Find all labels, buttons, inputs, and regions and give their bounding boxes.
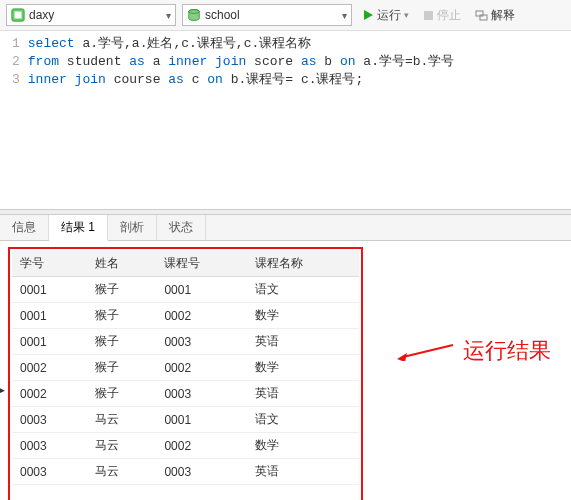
sql-editor[interactable]: 123 select a.学号,a.姓名,c.课程号,c.课程名称from st… — [0, 31, 571, 209]
column-header[interactable]: 姓名 — [87, 251, 157, 277]
explain-label: 解释 — [491, 7, 515, 24]
database-label: school — [205, 8, 338, 22]
table-row[interactable]: 0001猴子0003英语 — [12, 329, 359, 355]
cell[interactable]: 0001 — [156, 277, 247, 303]
cell[interactable]: 猴子 — [87, 277, 157, 303]
results-highlight-box: 学号姓名课程号课程名称0001猴子0001语文0001猴子0002数学0001猴… — [8, 247, 363, 500]
cell[interactable]: 英语 — [247, 459, 359, 485]
table-row[interactable]: 0002▶猴子0003英语 — [12, 381, 359, 407]
column-header[interactable]: 学号 — [12, 251, 87, 277]
line-number: 2 — [12, 53, 20, 71]
cell[interactable]: 0001 — [12, 303, 87, 329]
line-number: 1 — [12, 35, 20, 53]
table-row[interactable]: 0001猴子0002数学 — [12, 303, 359, 329]
cell[interactable]: 0002 — [156, 303, 247, 329]
cell[interactable]: 0001 — [156, 407, 247, 433]
code-line[interactable]: inner join course as c on b.课程号= c.课程号; — [28, 71, 571, 89]
stop-label: 停止 — [437, 7, 461, 24]
svg-rect-1 — [15, 12, 22, 19]
annotation: 运行结果 — [395, 336, 551, 366]
chevron-down-icon: ▾ — [166, 10, 171, 21]
cell[interactable]: 猴子 — [87, 329, 157, 355]
cell[interactable]: 马云 — [87, 407, 157, 433]
arrow-icon — [395, 341, 455, 361]
table-row[interactable]: 0001猴子0001语文 — [12, 277, 359, 303]
stop-icon — [423, 10, 434, 21]
table-row[interactable]: 0003马云0003英语 — [12, 459, 359, 485]
cell[interactable]: 数学 — [247, 355, 359, 381]
tab-信息[interactable]: 信息 — [0, 215, 49, 240]
code-line[interactable]: select a.学号,a.姓名,c.课程号,c.课程名称 — [28, 35, 571, 53]
cell[interactable]: 0003 — [12, 407, 87, 433]
cell[interactable]: 0002 — [156, 433, 247, 459]
connection-selector[interactable]: daxy ▾ — [6, 4, 176, 26]
connection-label: daxy — [29, 8, 162, 22]
table-row[interactable]: 0003马云0001语文 — [12, 407, 359, 433]
cell[interactable]: 数学 — [247, 303, 359, 329]
cell[interactable]: 语文 — [247, 277, 359, 303]
table-row[interactable]: 0003马云0002数学 — [12, 433, 359, 459]
cell[interactable]: 0001 — [12, 277, 87, 303]
cell[interactable]: 0003 — [156, 329, 247, 355]
column-header[interactable]: 课程号 — [156, 251, 247, 277]
database-icon — [187, 8, 201, 22]
database-selector[interactable]: school ▾ — [182, 4, 352, 26]
explain-icon — [475, 9, 488, 22]
column-header[interactable]: 课程名称 — [247, 251, 359, 277]
cell[interactable]: 猴子 — [87, 381, 157, 407]
cell[interactable]: 0003 — [12, 459, 87, 485]
cell[interactable]: 0002 — [156, 355, 247, 381]
annotation-text: 运行结果 — [463, 336, 551, 366]
run-button[interactable]: 运行 ▾ — [358, 5, 413, 26]
connection-icon — [11, 8, 25, 22]
code-line[interactable]: from student as a inner join score as b … — [28, 53, 571, 71]
cell[interactable]: 英语 — [247, 329, 359, 355]
stop-button: 停止 — [419, 5, 465, 26]
tab-结果 1[interactable]: 结果 1 — [49, 215, 108, 241]
cell[interactable]: 猴子 — [87, 355, 157, 381]
tab-剖析[interactable]: 剖析 — [108, 215, 157, 240]
svg-rect-4 — [424, 11, 433, 20]
code-area[interactable]: select a.学号,a.姓名,c.课程号,c.课程名称from studen… — [28, 35, 571, 89]
current-row-marker-icon: ▶ — [0, 385, 5, 395]
cell[interactable]: 数学 — [247, 433, 359, 459]
explain-button[interactable]: 解释 — [471, 5, 519, 26]
cell[interactable]: 0003 — [156, 459, 247, 485]
svg-line-7 — [403, 345, 453, 357]
cell[interactable]: 语文 — [247, 407, 359, 433]
result-tabs: 信息结果 1剖析状态 — [0, 215, 571, 241]
cell[interactable]: 0001 — [12, 329, 87, 355]
play-icon — [362, 9, 374, 21]
run-label: 运行 — [377, 7, 401, 24]
cell[interactable]: 0002 — [12, 355, 87, 381]
toolbar: daxy ▾ school ▾ 运行 ▾ 停止 解释 — [0, 0, 571, 31]
chevron-down-icon: ▾ — [342, 10, 347, 21]
results-panel: 学号姓名课程号课程名称0001猴子0001语文0001猴子0002数学0001猴… — [0, 241, 571, 500]
cell[interactable]: 马云 — [87, 459, 157, 485]
cell[interactable]: 英语 — [247, 381, 359, 407]
cell[interactable]: 0003 — [12, 433, 87, 459]
line-gutter: 123 — [0, 35, 28, 89]
dropdown-caret-icon: ▾ — [404, 10, 409, 20]
cell[interactable]: 猴子 — [87, 303, 157, 329]
cell[interactable]: 0002▶ — [12, 381, 87, 407]
cell[interactable]: 马云 — [87, 433, 157, 459]
cell[interactable]: 0003 — [156, 381, 247, 407]
tab-状态[interactable]: 状态 — [157, 215, 206, 240]
table-row[interactable]: 0002猴子0002数学 — [12, 355, 359, 381]
header-row: 学号姓名课程号课程名称 — [12, 251, 359, 277]
line-number: 3 — [12, 71, 20, 89]
results-grid[interactable]: 学号姓名课程号课程名称0001猴子0001语文0001猴子0002数学0001猴… — [12, 251, 359, 485]
